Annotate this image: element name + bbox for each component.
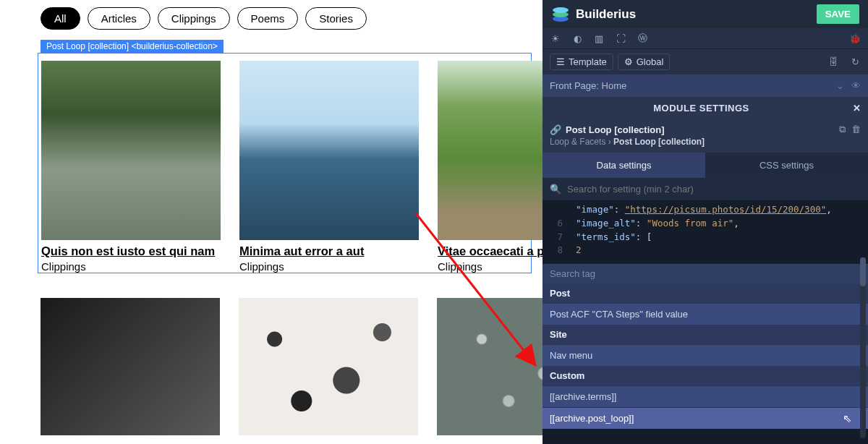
link-icon: 🔗: [550, 124, 561, 135]
chevron-down-icon[interactable]: ⌄: [836, 80, 844, 91]
module-name: Post Loop [collection]: [566, 124, 665, 135]
builderius-logo-icon: [551, 7, 570, 22]
filter-clippings[interactable]: Clippings: [158, 7, 230, 30]
dropdown-item[interactable]: Nav menu: [542, 344, 868, 366]
group-header: Custom: [542, 366, 868, 385]
global-button[interactable]: ⚙ Global: [618, 54, 671, 70]
expand-icon[interactable]: ⛶: [615, 33, 626, 44]
post-category: Clippings: [239, 260, 419, 273]
search-icon: 🔍: [550, 184, 561, 195]
post-image[interactable]: [41, 298, 220, 435]
filter-all[interactable]: All: [41, 7, 80, 30]
dropdown-item-highlighted[interactable]: [[archive.post_loop]] ⇖: [542, 407, 868, 429]
copy-icon[interactable]: ⧉: [839, 124, 846, 135]
post-image[interactable]: [239, 61, 419, 240]
layout-icon[interactable]: ▥: [593, 33, 605, 44]
gear-icon: ⚙: [624, 56, 633, 67]
history-icon[interactable]: ↻: [849, 56, 861, 68]
cursor-icon: ⇖: [843, 412, 852, 425]
eye-icon[interactable]: 👁: [851, 80, 861, 91]
dropdown-item[interactable]: [[archive.terms]]: [542, 385, 868, 407]
settings-search-input[interactable]: [567, 184, 861, 195]
template-button[interactable]: ☰ Template: [550, 54, 613, 70]
list-icon: ☰: [556, 56, 565, 67]
post-image[interactable]: [41, 61, 221, 240]
post-title[interactable]: Quis non est iusto est qui nam: [41, 244, 221, 259]
filter-pills: All Articles Clippings Poems Stories: [41, 7, 532, 30]
page-name: Front Page: Home: [550, 80, 626, 91]
tag-dropdown: Post Post ACF "CTA Steps" field value Si…: [542, 283, 868, 429]
filter-articles[interactable]: Articles: [88, 7, 150, 30]
post-title[interactable]: Minima aut error a aut: [239, 244, 419, 259]
group-header: Site: [542, 325, 868, 344]
sidebar-panel: Builderius SAVE ☀ ◐ ▥ ⛶ ⓦ 🐞 ☰ Template ⚙…: [542, 0, 868, 444]
post-loop-collection[interactable]: Quis non est iusto est qui nam Clippings…: [38, 53, 532, 273]
group-header: Post: [542, 283, 868, 303]
post-image[interactable]: [239, 298, 418, 435]
tab-data-settings[interactable]: Data settings: [542, 153, 705, 178]
scrollbar[interactable]: [860, 257, 866, 438]
brand-name: Builderius: [576, 7, 636, 22]
panel-title: MODULE SETTINGS: [550, 103, 853, 114]
bug-icon[interactable]: 🐞: [849, 33, 861, 44]
database-icon[interactable]: 🗄: [827, 56, 839, 68]
post-category: Clippings: [41, 260, 221, 273]
trash-icon[interactable]: 🗑: [851, 124, 861, 135]
tab-css-settings[interactable]: CSS settings: [705, 153, 868, 178]
tag-search-input[interactable]: Search tag: [542, 263, 868, 283]
dropdown-item[interactable]: Post ACF "CTA Steps" field value: [542, 303, 868, 325]
post-card[interactable]: Quis non est iusto est qui nam Clippings: [41, 61, 221, 273]
save-button[interactable]: SAVE: [817, 4, 859, 24]
breadcrumb: Loop & Facets › Post Loop [collection]: [550, 137, 861, 147]
post-card[interactable]: Minima aut error a aut Clippings: [239, 61, 419, 273]
selection-tag: Post Loop [collection] <builderius-colle…: [41, 40, 224, 53]
code-editor[interactable]: "image": "https://picsum.photos/id/15/20…: [542, 200, 868, 263]
contrast-icon[interactable]: ◐: [571, 33, 583, 44]
sun-icon[interactable]: ☀: [550, 33, 561, 44]
svg-point-3: [553, 7, 569, 13]
wordpress-icon[interactable]: ⓦ: [637, 33, 648, 44]
filter-poems[interactable]: Poems: [237, 7, 299, 30]
filter-stories[interactable]: Stories: [305, 7, 367, 30]
close-icon[interactable]: ✕: [853, 103, 861, 114]
